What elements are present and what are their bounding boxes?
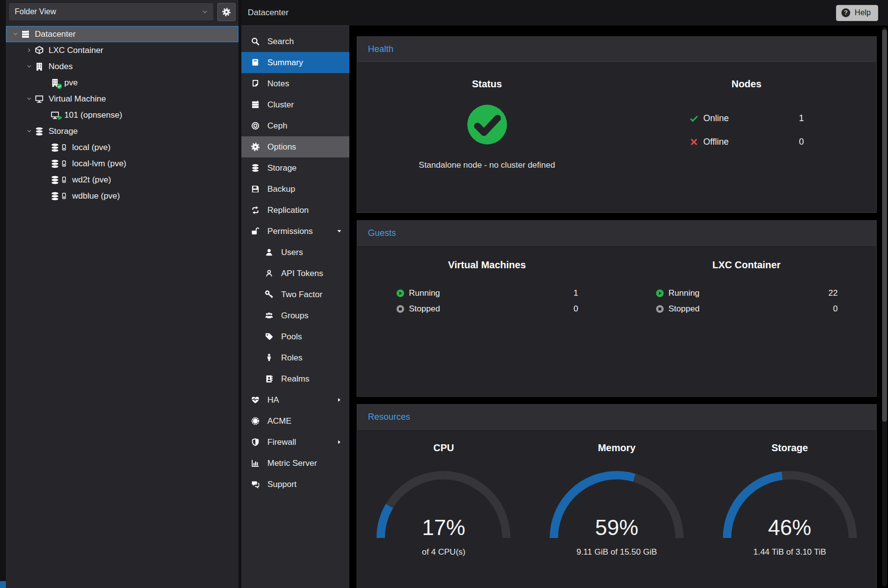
nav-item-search[interactable]: Search [241,31,349,52]
nav-item-pools[interactable]: Pools [241,326,349,347]
nav-item-two-factor[interactable]: Two Factor [241,284,349,305]
nav-item-support[interactable]: Support [241,474,349,495]
nav-item-api-tokens[interactable]: API Tokens [241,263,349,284]
tree-item-label: wd2t (pve) [72,175,111,185]
tree-item-label: Nodes [49,62,73,72]
nav-item-summary[interactable]: Summary [241,52,349,73]
node-status-row-online: Online1 [689,106,804,130]
svg-text:?: ? [844,9,848,16]
nav-item-permissions[interactable]: Permissions [241,221,349,242]
nav-item-label: ACME [267,416,342,426]
gauge-arc: 46% [716,466,863,540]
node-status-label: Online [704,113,799,124]
database-drive-icon [50,159,68,169]
tree-item-lxc-container[interactable]: LXC Container [6,42,238,58]
nodes-status-column: Nodes Online1Offline0 [617,62,876,170]
collapse-caret-icon[interactable] [24,128,34,134]
status-ok-icon [466,103,508,146]
running-play-icon [655,289,664,298]
guests-column-lxc-container: LXC ContainerRunning22Stopped0 [617,246,876,317]
nav-item-ceph[interactable]: Ceph [241,115,349,136]
online-check-icon [689,114,699,123]
nav-item-groups[interactable]: Groups [241,305,349,326]
tree-item-label: local (pve) [72,143,110,153]
view-mode-value: Folder View [15,7,201,16]
user-icon [264,248,274,257]
nav-item-users[interactable]: Users [241,242,349,263]
nav-item-acme[interactable]: ACME [241,410,349,432]
tree-item-local-pve[interactable]: local (pve) [6,139,238,155]
nav-item-label: Options [267,142,342,152]
scrollbar-thumb[interactable] [882,29,887,422]
nav-item-ha[interactable]: HA [241,389,349,410]
nav-item-label: Roles [281,353,342,363]
view-mode-select[interactable]: Folder View [8,2,214,21]
nav-item-label: HA [267,395,336,405]
nav-item-backup[interactable]: Backup [241,179,349,200]
storage-drive-icon [60,191,68,201]
cluster-status-column: Status Standalone node - no cluster defi… [357,62,617,170]
nav-item-label: Pools [281,332,342,342]
comments-icon [251,480,260,489]
resource-gauge-storage: Storage46%1.44 TiB of 3.10 TiB [703,430,876,557]
tree-item-virtual-machine[interactable]: Virtual Machine [6,91,238,107]
storage-drive-icon [60,143,68,152]
guests-column-heading: Virtual Machines [357,246,617,271]
nav-item-storage[interactable]: Storage [241,157,349,179]
tree-item-wd2t-pve[interactable]: wd2t (pve) [6,172,238,188]
tree-item-storage[interactable]: Storage [6,123,238,139]
nav-item-label: Summary [267,58,342,68]
tree-item-label: Storage [49,127,78,136]
nav-item-realms[interactable]: Realms [241,368,349,389]
nav-item-cluster[interactable]: Cluster [241,94,349,115]
tree-item-wdblue-pve[interactable]: wdblue (pve) [6,188,238,204]
datacenter-menu-list: SearchSummaryNotesClusterCephOptionsStor… [241,26,349,495]
tree-item-datacenter[interactable]: Datacenter [6,26,238,42]
help-button[interactable]: ? Help [836,5,878,21]
gauge-detail: 9.11 GiB of 15.50 GiB [530,547,704,557]
tree-item-101-opnsense[interactable]: 101 (opnsense) [6,107,238,123]
monitor-play-icon [50,110,60,120]
datacenter-menu: SearchSummaryNotesClusterCephOptionsStor… [241,26,349,588]
resources-panel-title: Resources [368,412,410,422]
nav-item-label: Notes [267,79,342,89]
collapse-caret-icon[interactable] [24,96,34,102]
health-panel-title: Health [368,44,393,54]
unlock-icon [251,227,260,236]
nav-item-metric-server[interactable]: Metric Server [241,453,349,474]
tree-item-pve[interactable]: pve [6,75,238,91]
collapse-caret-icon[interactable] [10,31,21,37]
chevron-down-icon [26,128,32,134]
guests-panel-header: Guests [357,221,876,246]
tree-settings-button[interactable] [217,3,235,21]
nodes-heading: Nodes [617,62,876,90]
expand-caret-icon[interactable] [24,47,34,53]
nav-item-label: Realms [281,374,342,384]
nav-item-notes[interactable]: Notes [241,73,349,94]
resource-tree-panel: Folder View DatacenterLXC ContainerNodes… [6,0,238,588]
cube-icon [34,46,44,55]
storage-database-icon [50,175,60,185]
caret-right-icon [336,397,342,403]
submenu-collapsed-caret-icon [336,439,342,445]
vertical-scrollbar[interactable] [882,27,887,587]
nav-item-label: Backup [267,184,342,194]
tree-item-nodes[interactable]: Nodes [6,58,238,75]
status-message: Standalone node - no cluster defined [357,160,617,170]
storage-drive-icon [60,175,68,184]
guests-panel-body: Virtual MachinesRunning1Stopped0LXC Cont… [357,246,876,317]
nav-item-roles[interactable]: Roles [241,347,349,368]
help-label: Help [855,8,871,17]
guest-rows: Running22Stopped0 [655,285,838,317]
nav-item-replication[interactable]: Replication [241,200,349,221]
node-status-label: Offline [704,137,799,147]
nav-item-firewall[interactable]: Firewall [241,432,349,453]
storage-database-icon [50,159,60,169]
storage-drive-icon [60,159,68,168]
nav-item-options[interactable]: Options [241,136,349,157]
guests-column-heading: LXC Container [617,246,876,271]
collapse-caret-icon[interactable] [24,63,34,70]
tree-item-local-lvm-pve[interactable]: local-lvm (pve) [6,155,238,172]
submenu-collapsed-caret-icon [336,397,342,403]
resources-panel: Resources CPU17%of 4 CPU(s)Memory59%9.11… [357,404,877,588]
